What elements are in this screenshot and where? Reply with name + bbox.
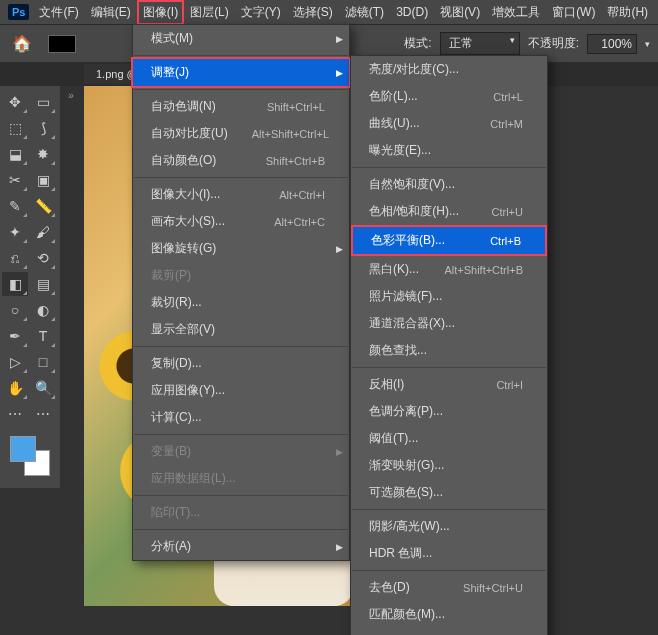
menu-item-通道混合器X[interactable]: 通道混合器(X)... bbox=[351, 310, 547, 337]
menu-item-label: 亮度/对比度(C)... bbox=[369, 61, 459, 78]
menu-item-曲线U[interactable]: 曲线(U)...Ctrl+M bbox=[351, 110, 547, 137]
home-icon[interactable]: 🏠 bbox=[8, 30, 36, 57]
menu-separator bbox=[352, 167, 546, 168]
menu-item-显示全部V[interactable]: 显示全部(V) bbox=[133, 316, 349, 343]
menu-item-应用数据组L: 应用数据组(L)... bbox=[133, 465, 349, 492]
menu-item-曝光度E[interactable]: 曝光度(E)... bbox=[351, 137, 547, 164]
shortcut-label: Shift+Ctrl+B bbox=[266, 155, 325, 167]
submenu-arrow-icon: ▶ bbox=[336, 34, 343, 44]
menu-item-计算C[interactable]: 计算(C)... bbox=[133, 404, 349, 431]
menu-item-色彩平衡B[interactable]: 色彩平衡(B)...Ctrl+B bbox=[351, 225, 547, 256]
menu-item-裁切R[interactable]: 裁切(R)... bbox=[133, 289, 349, 316]
foreground-swatch[interactable] bbox=[48, 35, 76, 53]
eraser-tool[interactable]: ◧ bbox=[2, 272, 28, 296]
path-select-tool[interactable]: ▷ bbox=[2, 350, 28, 374]
menu-图层[interactable]: 图层(L) bbox=[184, 0, 235, 25]
menu-separator bbox=[352, 367, 546, 368]
menu-item-label: 去色(D) bbox=[369, 579, 410, 596]
crop-tool[interactable]: ✂ bbox=[2, 168, 28, 192]
menu-item-HDR 色调[interactable]: HDR 色调... bbox=[351, 540, 547, 567]
shortcut-label: Ctrl+I bbox=[496, 379, 523, 391]
lasso-tool[interactable]: ⟆ bbox=[30, 116, 56, 140]
menu-帮助[interactable]: 帮助(H) bbox=[601, 0, 654, 25]
menu-item-可选颜色S[interactable]: 可选颜色(S)... bbox=[351, 479, 547, 506]
marquee-tool[interactable]: ⬚ bbox=[2, 116, 28, 140]
spot-heal-tool[interactable]: ✦ bbox=[2, 220, 28, 244]
menu-item-黑白K[interactable]: 黑白(K)...Alt+Shift+Ctrl+B bbox=[351, 256, 547, 283]
menu-item-label: 陷印(T)... bbox=[151, 504, 200, 521]
color-swatches[interactable] bbox=[10, 436, 50, 476]
edit-toolbar-tool[interactable]: ⋯ bbox=[2, 402, 28, 426]
menu-item-模式M[interactable]: 模式(M)▶ bbox=[133, 25, 349, 52]
menu-item-阈值T[interactable]: 阈值(T)... bbox=[351, 425, 547, 452]
menu-item-复制D[interactable]: 复制(D)... bbox=[133, 350, 349, 377]
menu-item-照片滤镜F[interactable]: 照片滤镜(F)... bbox=[351, 283, 547, 310]
hand-tool[interactable]: ✋ bbox=[2, 376, 28, 400]
menu-item-匹配颜色M[interactable]: 匹配颜色(M)... bbox=[351, 601, 547, 628]
menu-3D[interactable]: 3D(D) bbox=[390, 1, 434, 23]
menu-item-色阶L[interactable]: 色阶(L)...Ctrl+L bbox=[351, 83, 547, 110]
submenu-arrow-icon: ▶ bbox=[336, 542, 343, 552]
shortcut-label: Shift+Ctrl+L bbox=[267, 101, 325, 113]
menu-item-label: 色阶(L)... bbox=[369, 88, 418, 105]
menu-item-应用图像Y[interactable]: 应用图像(Y)... bbox=[133, 377, 349, 404]
menu-item-自然饱和度V[interactable]: 自然饱和度(V)... bbox=[351, 171, 547, 198]
zoom-tool[interactable]: 🔍 bbox=[30, 376, 56, 400]
menu-item-颜色查找[interactable]: 颜色查找... bbox=[351, 337, 547, 364]
opacity-input[interactable]: 100% bbox=[587, 34, 637, 54]
menu-separator bbox=[134, 495, 348, 496]
menu-文件[interactable]: 文件(F) bbox=[33, 0, 84, 25]
menu-图像[interactable]: 图像(I) bbox=[137, 0, 184, 25]
menu-item-渐变映射G[interactable]: 渐变映射(G)... bbox=[351, 452, 547, 479]
menu-选择[interactable]: 选择(S) bbox=[287, 0, 339, 25]
menu-item-label: 计算(C)... bbox=[151, 409, 202, 426]
menu-编辑[interactable]: 编辑(E) bbox=[85, 0, 137, 25]
menu-item-label: 色调分离(P)... bbox=[369, 403, 443, 420]
menu-文字[interactable]: 文字(Y) bbox=[235, 0, 287, 25]
menu-item-反相I[interactable]: 反相(I)Ctrl+I bbox=[351, 371, 547, 398]
blur-tool[interactable]: ○ bbox=[2, 298, 28, 322]
menu-separator bbox=[134, 346, 348, 347]
menu-视图[interactable]: 视图(V) bbox=[434, 0, 486, 25]
menu-item-label: 阈值(T)... bbox=[369, 430, 418, 447]
object-select-tool[interactable]: ⬓ bbox=[2, 142, 28, 166]
text-tool[interactable]: T bbox=[30, 324, 56, 348]
menu-item-自动颜色O[interactable]: 自动颜色(O)Shift+Ctrl+B bbox=[133, 147, 349, 174]
expand-panels-icon[interactable]: » bbox=[62, 86, 80, 104]
menu-item-画布大小S[interactable]: 画布大小(S)...Alt+Ctrl+C bbox=[133, 208, 349, 235]
menu-item-自动对比度U[interactable]: 自动对比度(U)Alt+Shift+Ctrl+L bbox=[133, 120, 349, 147]
blend-mode-select[interactable]: 正常 bbox=[440, 32, 520, 55]
menu-item-调整J[interactable]: 调整(J)▶ bbox=[131, 57, 351, 88]
rectangle-tool[interactable]: □ bbox=[30, 350, 56, 374]
menu-item-label: 曲线(U)... bbox=[369, 115, 420, 132]
menu-item-图像旋转G[interactable]: 图像旋转(G)▶ bbox=[133, 235, 349, 262]
move-tool[interactable]: ✥ bbox=[2, 90, 28, 114]
menu-separator bbox=[134, 55, 348, 56]
quick-select-tool[interactable]: ✸ bbox=[30, 142, 56, 166]
brush-tool[interactable]: 🖌 bbox=[30, 220, 56, 244]
menu-item-色相饱和度H[interactable]: 色相/饱和度(H)...Ctrl+U bbox=[351, 198, 547, 225]
clone-tool[interactable]: ⎌ bbox=[2, 246, 28, 270]
menu-窗口[interactable]: 窗口(W) bbox=[546, 0, 601, 25]
menu-滤镜[interactable]: 滤镜(T) bbox=[339, 0, 390, 25]
menu-item-分析A[interactable]: 分析(A)▶ bbox=[133, 533, 349, 560]
menu-item-替换颜色R[interactable]: 替换颜色(R)... bbox=[351, 628, 547, 635]
dodge-tool[interactable]: ◐ bbox=[30, 298, 56, 322]
menu-item-阴影高光W[interactable]: 阴影/高光(W)... bbox=[351, 513, 547, 540]
opacity-chevron-icon[interactable]: ▾ bbox=[645, 39, 650, 49]
artboard-tool[interactable]: ▭ bbox=[30, 90, 56, 114]
menu-item-去色D[interactable]: 去色(D)Shift+Ctrl+U bbox=[351, 574, 547, 601]
history-tool[interactable]: ⟲ bbox=[30, 246, 56, 270]
menu-item-自动色调N[interactable]: 自动色调(N)Shift+Ctrl+L bbox=[133, 93, 349, 120]
foreground-color[interactable] bbox=[10, 436, 36, 462]
eyedropper-tool[interactable]: ✎ bbox=[2, 194, 28, 218]
pen-tool[interactable]: ✒ bbox=[2, 324, 28, 348]
menu-item-图像大小I[interactable]: 图像大小(I)...Alt+Ctrl+I bbox=[133, 181, 349, 208]
menu-增效工具[interactable]: 增效工具 bbox=[486, 0, 546, 25]
ruler-tool[interactable]: 📏 bbox=[30, 194, 56, 218]
frame-tool[interactable]: ▣ bbox=[30, 168, 56, 192]
gradient-tool[interactable]: ▤ bbox=[30, 272, 56, 296]
more-tool[interactable]: ⋯ bbox=[30, 402, 56, 426]
menu-item-亮度对比度C[interactable]: 亮度/对比度(C)... bbox=[351, 56, 547, 83]
menu-item-色调分离P[interactable]: 色调分离(P)... bbox=[351, 398, 547, 425]
